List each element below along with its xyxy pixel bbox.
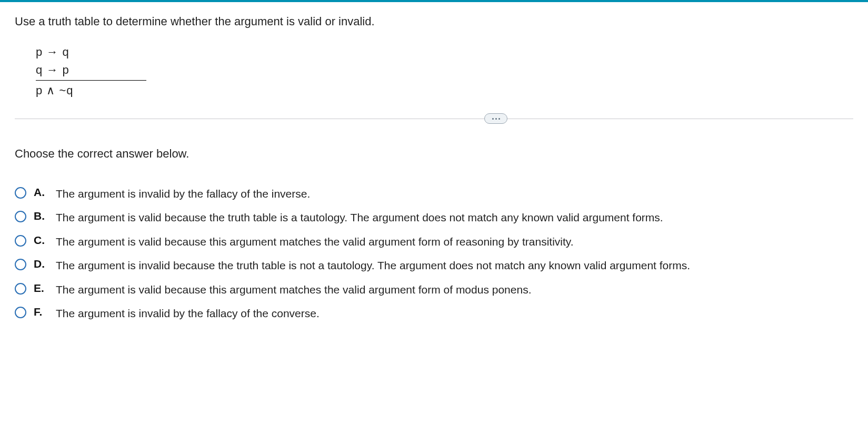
radio-d[interactable] <box>15 259 26 270</box>
choice-text: The argument is valid because the truth … <box>56 210 663 225</box>
argument-conclusion: p ∧ ~q <box>36 80 146 97</box>
choice-text: The argument is valid because this argum… <box>56 282 531 297</box>
argument-premise-1: p → q <box>36 43 853 61</box>
choice-letter: F. <box>34 306 48 318</box>
expand-button[interactable] <box>484 113 507 124</box>
ellipsis-icon <box>495 118 497 120</box>
choice-text: The argument is invalid by the fallacy o… <box>56 186 310 201</box>
choice-letter: C. <box>34 234 48 247</box>
ellipsis-icon <box>492 118 494 120</box>
choice-d[interactable]: D. The argument is invalid because the t… <box>15 253 853 277</box>
page-container: Use a truth table to determine whether t… <box>0 0 868 346</box>
choice-f[interactable]: F. The argument is invalid by the fallac… <box>15 301 853 325</box>
radio-e[interactable] <box>15 283 26 295</box>
choice-a[interactable]: A. The argument is invalid by the fallac… <box>15 182 853 205</box>
choices-list: A. The argument is invalid by the fallac… <box>15 182 853 325</box>
choice-text: The argument is invalid by the fallacy o… <box>56 306 320 321</box>
ellipsis-icon <box>498 118 500 120</box>
argument-block: p → q q → p p ∧ ~q <box>36 43 853 97</box>
content-area: Use a truth table to determine whether t… <box>0 2 868 346</box>
question-text: Use a truth table to determine whether t… <box>15 15 853 28</box>
radio-c[interactable] <box>15 235 26 247</box>
choice-b[interactable]: B. The argument is valid because the tru… <box>15 205 853 229</box>
choice-letter: D. <box>34 258 48 270</box>
radio-a[interactable] <box>15 187 26 199</box>
choice-text: The argument is invalid because the trut… <box>56 258 690 273</box>
radio-b[interactable] <box>15 211 26 222</box>
choice-text: The argument is valid because this argum… <box>56 234 574 249</box>
argument-premise-2: q → p <box>36 61 853 79</box>
choice-letter: B. <box>34 210 48 222</box>
divider-line <box>15 119 853 119</box>
choice-e[interactable]: E. The argument is valid because this ar… <box>15 278 853 301</box>
choice-c[interactable]: C. The argument is valid because this ar… <box>15 230 853 253</box>
radio-f[interactable] <box>15 307 26 318</box>
section-divider <box>15 113 853 124</box>
choice-letter: E. <box>34 282 48 295</box>
instruction-text: Choose the correct answer below. <box>15 147 853 161</box>
choice-letter: A. <box>34 186 48 199</box>
